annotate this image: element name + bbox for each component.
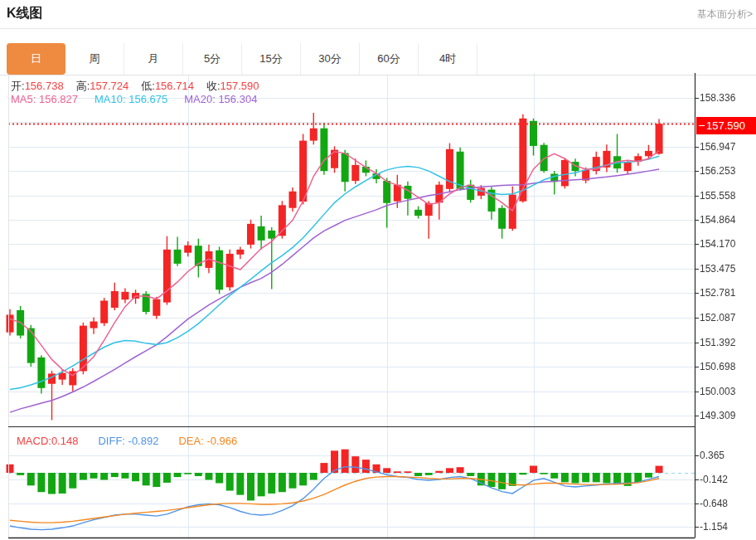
price-axis-label: 150.698 (700, 361, 735, 372)
tab-week[interactable]: 周 (65, 43, 124, 75)
macd-axis-label: -1.154 (700, 521, 728, 533)
kline-widget: K线图 基本面分析> 日 周 月 5分 15分 30分 60分 4时 开:156… (0, 0, 756, 540)
macd-value-readout: MACD:0.148 (17, 435, 78, 447)
tab-5min[interactable]: 5分 (183, 43, 242, 75)
price-axis-label: 149.309 (700, 410, 735, 421)
dea-value-readout: DEA: -0.966 (178, 435, 237, 447)
price-axis-label: 152.781 (700, 287, 735, 299)
tab-month[interactable]: 月 (124, 43, 183, 75)
tab-15min[interactable]: 15分 (242, 43, 301, 75)
fundamental-analysis-link[interactable]: 基本面分析> (697, 7, 753, 22)
tab-day[interactable]: 日 (7, 43, 65, 75)
price-axis-label: 154.864 (700, 214, 735, 226)
macd-axis-label: -0.142 (700, 474, 728, 485)
ma20-readout: MA20: 156.304 (184, 93, 257, 105)
ma10-readout: MA10: 156.675 (94, 93, 167, 105)
high-readout: 高:157.724 (76, 79, 129, 94)
price-axis-label: 158.336 (700, 92, 735, 104)
macd-axis-label: 0.365 (700, 450, 724, 461)
close-readout: 收:157.590 (206, 79, 259, 94)
ma5-readout: MA5: 156.827 (11, 93, 78, 105)
open-readout: 开:156.738 (11, 79, 64, 94)
current-price-tag: 157.590 (696, 117, 756, 134)
tab-30min[interactable]: 30分 (301, 43, 360, 75)
price-axis-label: 156.947 (700, 141, 735, 153)
price-axis-label: 151.392 (700, 337, 735, 348)
tab-60min[interactable]: 60分 (360, 43, 419, 75)
price-axis-label: 150.003 (700, 386, 735, 397)
price-axis-label: 152.087 (700, 312, 735, 324)
macd-axis-label: -0.648 (700, 498, 728, 509)
price-axis-label: 153.475 (700, 263, 735, 275)
diff-value-readout: DIFF: -0.892 (98, 435, 158, 447)
ohlc-readout: 开:156.738 高:157.724 低:156.714 收:157.590 (11, 79, 259, 94)
tick-dash (699, 125, 705, 126)
tab-4hour[interactable]: 4时 (419, 43, 477, 75)
price-axis-label: 154.170 (700, 238, 735, 250)
low-readout: 低:156.714 (141, 79, 194, 94)
ma-readout: MA5: 156.827 MA10: 156.675 MA20: 156.304 (11, 93, 257, 105)
price-axis-label: 155.558 (700, 190, 735, 202)
macd-readout: MACD:0.148 DIFF: -0.892 DEA: -0.966 (17, 435, 237, 447)
page-title: K线图 (7, 5, 43, 22)
interval-tabs: 日 周 月 5分 15分 30分 60分 4时 (7, 43, 477, 75)
price-axis-label: 156.253 (700, 165, 735, 177)
